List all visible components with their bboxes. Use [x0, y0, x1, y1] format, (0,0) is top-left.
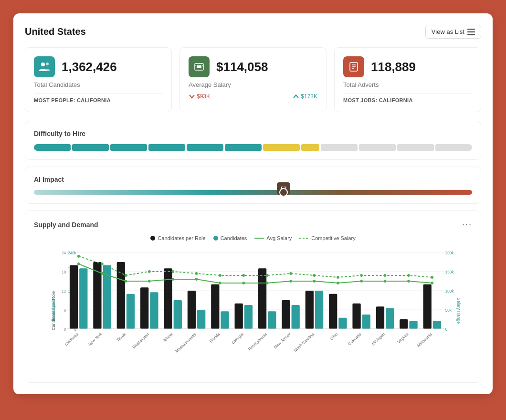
svg-text:North Carolina: North Carolina [293, 331, 315, 353]
candidates-footer: MOST PEOPLE: CALIFORNIA [34, 93, 163, 103]
svg-text:Washington: Washington [131, 331, 150, 350]
svg-point-84 [148, 280, 150, 283]
svg-point-96 [431, 282, 433, 284]
svg-text:150k: 150k [445, 270, 454, 275]
salary-label: Average Salary [189, 81, 317, 88]
adverts-footer-label: MOST JOBS: [343, 97, 377, 103]
supply-demand-card: Supply and Demand ··· Candidates per Rol… [25, 210, 481, 383]
candidates-icon [34, 56, 55, 77]
svg-point-86 [195, 278, 198, 281]
svg-rect-79 [433, 321, 441, 329]
svg-text:100k: 100k [445, 289, 454, 294]
svg-point-107 [313, 274, 316, 277]
chart-legend: Candidates per RoleCandidatesAvg SalaryC… [34, 235, 472, 241]
svg-rect-48 [188, 291, 196, 329]
svg-text:0: 0 [64, 327, 66, 332]
svg-point-99 [125, 274, 127, 277]
outer-container: United States View as List [0, 0, 506, 420]
svg-rect-73 [386, 308, 394, 329]
svg-rect-1 [467, 31, 475, 32]
svg-rect-42 [140, 287, 148, 329]
svg-point-85 [171, 278, 174, 281]
ai-slider: 57 [34, 190, 472, 195]
svg-point-82 [101, 272, 103, 275]
svg-rect-36 [93, 262, 101, 329]
svg-rect-55 [244, 305, 253, 329]
svg-rect-34 [79, 268, 87, 329]
svg-point-108 [337, 276, 339, 279]
candidates-card: 1,362,426 Total Candidates MOST PEOPLE: … [25, 47, 172, 112]
ai-dot [279, 188, 288, 197]
list-icon [467, 29, 475, 35]
view-as-list-button[interactable]: View as List [425, 25, 481, 39]
svg-point-94 [384, 280, 386, 283]
svg-rect-60 [282, 300, 290, 329]
svg-rect-76 [409, 321, 417, 329]
difficulty-card: Difficulty to Hire [25, 121, 481, 160]
candidates-label: Total Candidates [34, 81, 163, 88]
svg-point-101 [171, 270, 174, 273]
svg-text:0: 0 [445, 327, 448, 332]
svg-rect-78 [423, 284, 432, 329]
stats-row: 1,362,426 Total Candidates MOST PEOPLE: … [25, 47, 481, 112]
svg-point-4 [46, 63, 49, 65]
ai-track: 57 [34, 190, 472, 195]
svg-point-93 [360, 280, 363, 283]
salary-high: $173K [293, 93, 317, 100]
svg-point-103 [219, 274, 221, 277]
svg-point-91 [313, 280, 316, 283]
adverts-footer-value: CALIFORNIA [379, 97, 413, 103]
svg-point-111 [407, 274, 410, 277]
svg-text:12: 12 [62, 289, 66, 294]
svg-rect-70 [362, 315, 370, 329]
svg-text:240k: 240k [68, 251, 76, 256]
svg-rect-49 [197, 310, 205, 329]
svg-rect-72 [376, 306, 384, 329]
svg-rect-75 [400, 319, 408, 329]
svg-text:Illinois: Illinois [162, 332, 173, 343]
adverts-svg [348, 62, 359, 72]
svg-text:Minnesota: Minnesota [416, 331, 433, 348]
svg-rect-45 [164, 268, 172, 329]
dashboard: United States View as List [13, 13, 493, 394]
svg-point-95 [407, 280, 410, 283]
svg-rect-40 [126, 294, 135, 329]
svg-point-90 [289, 280, 292, 283]
ai-impact-card: AI Impact 57 [25, 167, 481, 204]
y-left-teal-axis-label: Candidates [51, 300, 56, 322]
salary-card: $114,058 Average Salary $93K $173K [179, 47, 327, 112]
svg-text:Georgia: Georgia [231, 331, 244, 345]
chart-area: Candidates per Role Candidates Salary Ra… [34, 248, 472, 374]
salary-low: $93K [189, 93, 210, 100]
svg-point-112 [431, 276, 433, 279]
svg-text:200k: 200k [445, 251, 454, 256]
salary-svg [194, 62, 204, 72]
legend-item: Avg Salary [254, 235, 292, 241]
difficulty-bar [34, 144, 472, 151]
candidates-footer-value: CALIFORNIA [77, 97, 111, 103]
svg-rect-52 [221, 311, 229, 329]
svg-point-98 [101, 262, 103, 265]
svg-rect-33 [70, 265, 78, 329]
adverts-card: 118,889 Total Adverts MOST JOBS: CALIFOR… [334, 47, 481, 112]
svg-text:50k: 50k [445, 308, 452, 313]
svg-point-83 [125, 280, 127, 283]
arrow-up-icon [293, 94, 299, 99]
candidates-value: 1,362,426 [62, 60, 117, 74]
svg-text:24: 24 [62, 251, 66, 256]
svg-text:Pennsylvania: Pennsylvania [247, 331, 268, 352]
svg-rect-66 [329, 294, 337, 329]
svg-point-100 [148, 270, 150, 273]
more-options-button[interactable]: ··· [462, 220, 472, 230]
svg-point-92 [337, 282, 339, 284]
y-right-axis-label: Salary Range [457, 298, 462, 324]
svg-point-3 [41, 63, 45, 66]
legend-item: Candidates [213, 235, 247, 241]
svg-point-105 [266, 274, 268, 277]
svg-point-89 [266, 282, 268, 284]
svg-text:Virginia: Virginia [397, 331, 410, 344]
svg-rect-63 [306, 291, 314, 329]
svg-rect-43 [150, 292, 158, 329]
adverts-value: 118,889 [371, 60, 416, 74]
supply-demand-chart: 06121824050k100k150k200k060k120k190k240k… [63, 248, 448, 372]
